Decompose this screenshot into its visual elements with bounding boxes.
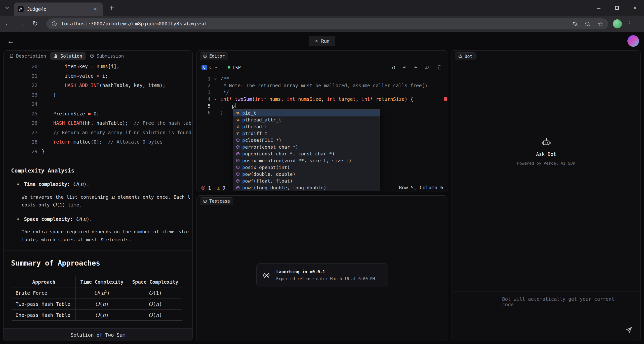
suggestion-item[interactable]: pthread_t (233, 123, 380, 130)
window-minimize-button[interactable]: – (590, 0, 608, 16)
complexity-paragraph: We traverse the list containing n elemen… (22, 193, 192, 209)
browser-profile-avatar[interactable] (613, 19, 622, 28)
tab-submission[interactable]: Submission (87, 52, 127, 60)
browser-tab-strip: Judge4c × + – × (0, 0, 644, 16)
search-lens-icon[interactable] (585, 21, 591, 27)
browser-reload-button[interactable]: ↻ (30, 18, 41, 29)
cursor-position: Row 5, Column 6 (399, 185, 443, 191)
editor-tools: ↺ ↶ ↷ (392, 65, 442, 70)
app-back-button[interactable]: ← (6, 36, 16, 46)
suggestion-label: pclose(FILE *) (242, 138, 281, 143)
method-icon (236, 138, 240, 142)
bookmark-star-icon[interactable]: ☆ (597, 21, 603, 27)
complexity-list: •Time complexity: O(n).We traverse the l… (4, 181, 192, 243)
check-circle-icon (90, 54, 94, 58)
fold-chevron-icon[interactable] (211, 75, 220, 82)
suggestion-label: popen(const char *, const char *) (242, 151, 335, 156)
reset-icon[interactable]: ↺ (392, 65, 395, 70)
solution-code-line: 22 HASH_ADD_INT(hashTable, key, item); (4, 81, 192, 90)
checkbox-icon (203, 199, 207, 203)
suggestion-item[interactable]: pclose(FILE *) (233, 137, 380, 144)
bot-badge: Bot (455, 52, 476, 60)
line-number: 26 (4, 118, 37, 128)
overview-ruler-error-marker (444, 97, 447, 101)
error-icon (201, 186, 206, 190)
line-number: 21 (4, 71, 37, 81)
solution-code-line: 21 item→value = i; (4, 71, 192, 81)
play-icon (315, 39, 318, 43)
editor-panel: Editor C C LSP ↺ ↶ ↷ 1/**2 * Note: The r… (196, 50, 448, 192)
bot-empty-title: Ask Bot (536, 151, 556, 157)
solution-content[interactable]: 20 item→key = nums[i];21 item→value = i;… (4, 61, 192, 329)
window-maximize-button[interactable] (608, 0, 626, 16)
address-bar[interactable]: localhost:3000/problems/cm8pjqdem0001ty8… (46, 18, 608, 29)
typedef-icon (236, 118, 240, 122)
language-selector[interactable]: C C (202, 65, 218, 70)
complexity-item: •Space complexity: O(n). (17, 216, 185, 222)
browser-forward-button[interactable]: → (16, 18, 27, 29)
suggestion-item[interactable]: pid_t (233, 110, 380, 116)
user-avatar[interactable] (627, 35, 639, 47)
site-info-icon[interactable] (51, 21, 57, 27)
table-cell: O(1) (128, 287, 182, 298)
run-button[interactable]: Run (309, 36, 335, 46)
solution-panel: Description Solution Submission 20 item→… (3, 50, 193, 341)
suggestion-item[interactable]: powl(long double, long double) (233, 184, 380, 191)
fold-gutter (211, 82, 220, 89)
solution-footer-label: Solution of Two Sum (71, 332, 125, 338)
suggestion-item[interactable]: posix_memalign(void **, size_t, size_t) (233, 157, 380, 164)
table-cell: O(n) (76, 298, 128, 310)
suggestion-item[interactable]: popen(const char *, const char *) (233, 150, 380, 157)
document-icon (9, 54, 14, 58)
tab-close-icon[interactable]: × (92, 5, 99, 13)
suggestion-item[interactable]: pow(double, double) (233, 171, 380, 178)
table-header-cell: Space Complexity (128, 276, 182, 287)
suggestion-item[interactable]: posix_openpt(int) (233, 164, 380, 171)
fold-chevron-icon[interactable] (211, 96, 220, 103)
typedef-icon (236, 124, 240, 129)
error-count: 1 (208, 185, 211, 191)
send-icon[interactable] (625, 326, 632, 333)
suggestion-label: posix_openpt(int) (242, 165, 290, 170)
format-icon[interactable] (425, 65, 429, 70)
run-button-label: Run (321, 38, 330, 44)
tab-search-chevron-icon[interactable] (4, 5, 10, 11)
browser-menu-icon[interactable]: ⋮ (626, 20, 632, 28)
suggestion-item[interactable]: powf(float, float) (233, 178, 380, 184)
robot-icon (541, 137, 551, 147)
code-editor[interactable]: 1/**2 * Note: The returned array must be… (196, 73, 448, 183)
method-icon (236, 186, 240, 190)
line-number: 3 (196, 89, 211, 96)
line-number: 27 (4, 128, 37, 138)
translate-icon[interactable] (572, 21, 578, 27)
suggestion-item[interactable]: pthread_attr_t (233, 116, 380, 123)
method-icon (236, 179, 240, 183)
solution-code-line: 24 (4, 100, 192, 109)
tab-favicon-icon (18, 6, 24, 12)
testcase-badge: Testcase (200, 197, 233, 205)
browser-back-button[interactable]: ← (3, 18, 14, 29)
maximize-icon (615, 6, 619, 10)
line-number: 6 (196, 109, 211, 116)
url-text[interactable]: localhost:3000/problems/cm8pjqdem0001ty8… (61, 21, 566, 27)
tab-description[interactable]: Description (6, 52, 49, 60)
editor-badge: Editor (200, 52, 228, 60)
suggestion-item[interactable]: ptrdiff_t (233, 130, 380, 137)
new-tab-button[interactable]: + (107, 3, 116, 12)
tab-solution[interactable]: Solution (50, 52, 86, 60)
undo-icon[interactable]: ↶ (403, 65, 406, 70)
suggestion-label: posix_memalign(void **, size_t, size_t) (242, 158, 351, 163)
table-header-cell: Approach (12, 276, 76, 287)
autocomplete-dropdown: pid_tpthread_attr_tpthread_tptrdiff_tpcl… (233, 109, 380, 191)
redo-icon[interactable]: ↷ (414, 65, 417, 70)
window-close-button[interactable]: × (626, 0, 644, 16)
bot-message-input[interactable] (452, 291, 640, 341)
browser-tab[interactable]: Judge4c × (14, 3, 103, 16)
suggestion-item[interactable]: perror(const char *) (233, 144, 380, 150)
line-number: 2 (196, 82, 211, 89)
line-number: 24 (4, 100, 37, 109)
solution-code-line: 26 HASH_CLEAR(hh, hashTable); // Free th… (4, 118, 192, 128)
solution-code-line: 25 *returnSize = 0; (4, 109, 192, 119)
line-number: 1 (196, 75, 211, 82)
copy-icon[interactable] (437, 65, 442, 70)
